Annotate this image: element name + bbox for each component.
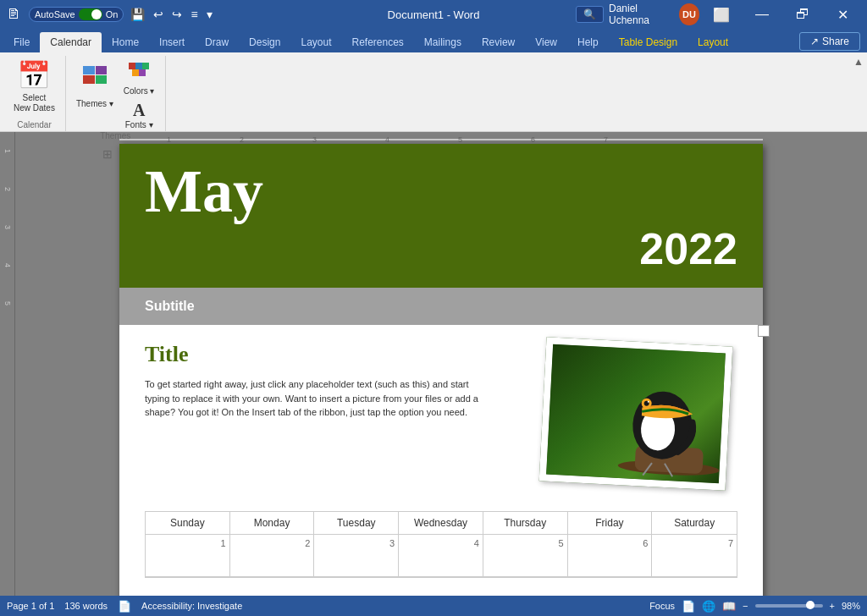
- zoom-thumb: [806, 601, 815, 609]
- read-mode-icon[interactable]: 📖: [722, 600, 736, 613]
- ribbon-group-themes-label: Themes: [73, 131, 158, 142]
- svg-rect-3: [96, 75, 107, 84]
- tab-insert[interactable]: Insert: [149, 32, 195, 52]
- app-window: 🖹 AutoSave On 💾 ↩ ↪ ≡ ▾ Document1 - Word…: [0, 0, 867, 616]
- cal-cell-3[interactable]: 3: [314, 535, 399, 577]
- tab-view[interactable]: View: [525, 32, 567, 52]
- titlebar-right: 🔍 Daniel Uchenna DU ⬜ — 🗗 ✕: [576, 0, 860, 29]
- zoom-slider[interactable]: [755, 604, 823, 608]
- date-2: 2: [305, 538, 310, 548]
- cal-cell-5[interactable]: 5: [483, 535, 568, 577]
- fonts-button[interactable]: A Fonts ▾: [120, 99, 158, 131]
- svg-rect-1: [96, 66, 107, 74]
- page-info: Page 1 of 1: [7, 601, 54, 611]
- accessibility-info[interactable]: Accessibility: Investigate: [141, 601, 242, 611]
- tab-draw[interactable]: Draw: [195, 32, 239, 52]
- ribbon-collapse-button[interactable]: ▲: [853, 56, 864, 68]
- calendar-image[interactable]: [539, 337, 733, 490]
- themes-label: Themes ▾: [76, 99, 113, 109]
- document-scroll-area[interactable]: 1 2 3 4 5 6 7 ⊞ May: [15, 132, 867, 596]
- close-button[interactable]: ✕: [825, 0, 860, 29]
- day-header-monday: Monday: [230, 512, 315, 534]
- plus-icon[interactable]: +: [830, 601, 835, 611]
- user-initials: DU: [682, 9, 696, 19]
- undo-icon[interactable]: ↩: [152, 6, 165, 23]
- save-icon[interactable]: 💾: [129, 6, 146, 23]
- fonts-icon: A: [133, 101, 145, 120]
- calendar-content-title[interactable]: Title: [145, 342, 517, 367]
- share-button[interactable]: ↗ Share: [799, 32, 860, 51]
- colors-label: Colors ▾: [124, 86, 155, 96]
- tab-references[interactable]: References: [341, 32, 413, 52]
- redo-icon[interactable]: ↪: [170, 6, 184, 23]
- cal-cell-2[interactable]: 2: [230, 535, 315, 577]
- document-icon[interactable]: 📄: [118, 600, 131, 613]
- calendar-subtitle-bar[interactable]: Subtitle: [119, 288, 763, 325]
- left-sidebar: 1 2 3 4 5: [0, 132, 15, 596]
- cal-cell-7[interactable]: 7: [652, 535, 737, 577]
- tab-table-layout[interactable]: Layout: [688, 32, 738, 52]
- tab-design[interactable]: Design: [239, 32, 290, 52]
- colors-button[interactable]: Colors ▾: [120, 61, 158, 97]
- web-layout-icon[interactable]: 🌐: [702, 600, 715, 613]
- date-7: 7: [728, 538, 733, 548]
- select-new-dates-button[interactable]: 📅 SelectNew Dates: [10, 58, 58, 115]
- day-header-saturday: Saturday: [652, 512, 737, 534]
- focus-label[interactable]: Focus: [649, 601, 675, 611]
- cal-cell-1[interactable]: 1: [146, 535, 230, 577]
- resize-handle[interactable]: [758, 325, 770, 337]
- tab-table-design[interactable]: Table Design: [609, 32, 688, 52]
- tab-layout[interactable]: Layout: [290, 32, 341, 52]
- ruler-tick-4: 4: [385, 135, 389, 144]
- tab-help[interactable]: Help: [567, 32, 609, 52]
- search-bar[interactable]: 🔍: [576, 6, 604, 23]
- ribbon-group-themes-content: Themes ▾ Colors ▾: [73, 58, 158, 131]
- calendar-grid-header: Sunday Monday Tuesday Wednesday Thursday…: [145, 511, 737, 535]
- word-logo-icon: 🖹: [7, 7, 20, 22]
- autosave-toggle[interactable]: [79, 8, 102, 20]
- print-layout-icon[interactable]: 📄: [682, 600, 695, 613]
- day-header-tuesday: Tuesday: [314, 512, 399, 534]
- autosave-badge[interactable]: AutoSave On: [29, 7, 124, 22]
- calendar-image-section: [543, 342, 737, 486]
- cal-cell-6[interactable]: 6: [568, 535, 653, 577]
- calendar-header: May 2022: [119, 144, 763, 288]
- date-1: 1: [221, 538, 226, 548]
- restore-window-button[interactable]: ⬜: [704, 0, 740, 29]
- customize-qat-icon[interactable]: ▾: [205, 6, 214, 23]
- ribbon-group-calendar-content: 📅 SelectNew Dates: [10, 58, 58, 120]
- calendar-grid-body: 1 2 3 4 5 6 7: [145, 535, 737, 578]
- page-marker-4: 4: [3, 263, 12, 267]
- tab-review[interactable]: Review: [472, 32, 525, 52]
- tab-calendar[interactable]: Calendar: [40, 32, 102, 52]
- day-header-sunday: Sunday: [146, 512, 230, 534]
- svg-rect-2: [83, 75, 95, 84]
- autosave-knob: [91, 9, 102, 19]
- page-marker-2: 2: [3, 187, 12, 191]
- date-3: 3: [389, 538, 395, 548]
- themes-icon: [81, 64, 108, 97]
- zoom-level[interactable]: 98%: [842, 601, 860, 611]
- bullets-icon[interactable]: ≡: [189, 6, 199, 23]
- ruler: 1 2 3 4 5 6 7: [119, 139, 763, 140]
- calendar-body-text[interactable]: To get started right away, just click an…: [145, 377, 517, 420]
- cal-cell-4[interactable]: 4: [399, 535, 483, 577]
- themes-button[interactable]: Themes ▾: [73, 58, 117, 115]
- tab-home[interactable]: Home: [102, 32, 149, 52]
- tab-mailings[interactable]: Mailings: [414, 32, 472, 52]
- ruler-tick-6: 6: [531, 135, 535, 144]
- minimize-button[interactable]: —: [744, 0, 780, 29]
- ribbon-group-calendar-label: Calendar: [10, 120, 58, 131]
- tab-file[interactable]: File: [3, 32, 40, 52]
- maximize-button[interactable]: 🗗: [785, 0, 820, 29]
- ruler-tick-7: 7: [604, 135, 608, 144]
- minus-icon[interactable]: −: [743, 601, 748, 611]
- day-header-friday: Friday: [568, 512, 653, 534]
- svg-rect-0: [83, 66, 95, 74]
- document-page[interactable]: ⊞ May 2022 Subtitle Title To get started: [119, 144, 763, 596]
- calendar-grid: Sunday Monday Tuesday Wednesday Thursday…: [145, 511, 737, 578]
- calendar-month: May: [145, 161, 737, 222]
- avatar[interactable]: DU: [679, 3, 699, 25]
- share-icon: ↗: [810, 36, 819, 47]
- add-content-button[interactable]: ⊞: [102, 147, 113, 161]
